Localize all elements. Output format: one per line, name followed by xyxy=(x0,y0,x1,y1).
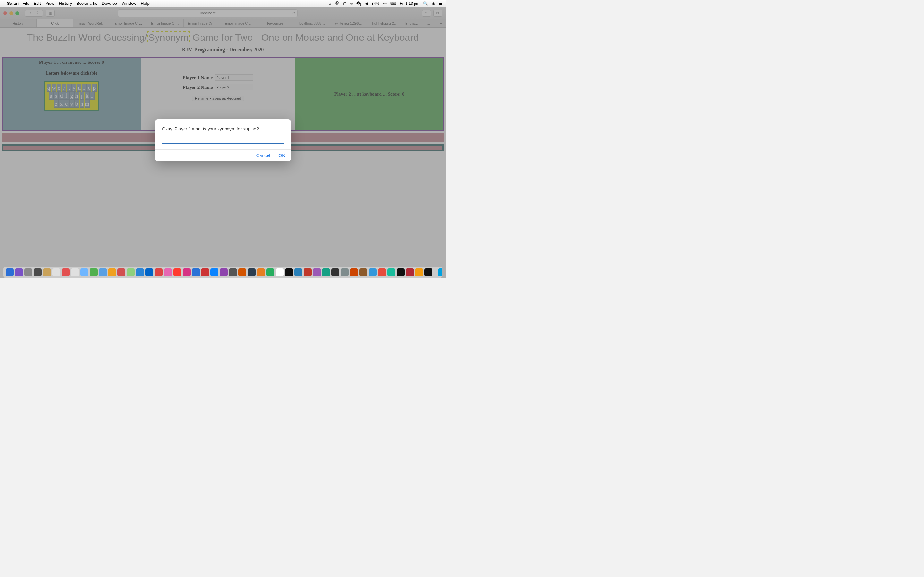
dock-app-icon[interactable] xyxy=(341,268,349,276)
wifi-icon[interactable]: �j xyxy=(357,1,361,6)
dock-app-icon[interactable] xyxy=(266,268,274,276)
airplay-icon[interactable]: ▢ xyxy=(343,1,347,6)
dock-app-icon[interactable] xyxy=(99,268,107,276)
dock-app-icon[interactable] xyxy=(118,268,126,276)
dock-app-icon[interactable] xyxy=(220,268,228,276)
dock-app-icon[interactable] xyxy=(304,268,312,276)
dock-app-icon[interactable] xyxy=(406,268,414,276)
dock-app-icon[interactable] xyxy=(229,268,237,276)
dock-app-icon[interactable] xyxy=(108,268,116,276)
dock-app-icon[interactable] xyxy=(210,268,218,276)
dock-app-icon[interactable] xyxy=(415,268,423,276)
dock-app-icon[interactable] xyxy=(15,268,23,276)
siri-icon[interactable]: ◉ xyxy=(432,1,435,6)
dock-app-icon[interactable] xyxy=(127,268,135,276)
battery-icon: ▭ xyxy=(383,1,387,6)
status-icon[interactable]: ⟁ xyxy=(329,1,331,6)
modal-overlay: Okay, Player 1 what is your synonym for … xyxy=(0,7,446,278)
dock-app-icon[interactable] xyxy=(285,268,293,276)
dock-app-icon[interactable] xyxy=(438,268,443,276)
dialog-message: Okay, Player 1 what is your synonym for … xyxy=(155,119,291,136)
menu-help[interactable]: Help xyxy=(141,1,150,6)
menu-file[interactable]: File xyxy=(23,1,29,6)
dock-app-icon[interactable] xyxy=(359,268,367,276)
dock-app-icon[interactable] xyxy=(164,268,172,276)
volume-icon[interactable]: ◀ xyxy=(365,1,368,6)
dock-app-icon[interactable] xyxy=(387,268,395,276)
dock-app-icon[interactable] xyxy=(350,268,358,276)
menu-edit[interactable]: Edit xyxy=(34,1,41,6)
bluetooth-icon[interactable]: ⎋ xyxy=(351,1,352,6)
dock-app-icon[interactable] xyxy=(89,268,97,276)
dock-app-icon[interactable] xyxy=(192,268,200,276)
dock-app-icon[interactable] xyxy=(378,268,386,276)
dock-app-icon[interactable] xyxy=(238,268,246,276)
spotlight-icon[interactable]: 🔍 xyxy=(423,1,428,6)
dock-app-icon[interactable] xyxy=(173,268,181,276)
prompt-dialog: Okay, Player 1 what is your synonym for … xyxy=(155,119,291,161)
dock-app-icon[interactable] xyxy=(43,268,51,276)
dock-app-icon[interactable] xyxy=(6,268,14,276)
menu-window[interactable]: Window xyxy=(121,1,136,6)
dock-app-icon[interactable] xyxy=(71,268,79,276)
notification-center-icon[interactable]: ☰ xyxy=(439,1,443,6)
dialog-input[interactable] xyxy=(162,136,284,143)
dock-app-icon[interactable] xyxy=(61,268,69,276)
input-source-icon[interactable]: ⌨ xyxy=(391,1,396,6)
dock-app-icon[interactable] xyxy=(80,268,88,276)
dock-app-icon[interactable] xyxy=(425,268,433,276)
dock-app-icon[interactable] xyxy=(248,268,256,276)
dock-app-icon[interactable] xyxy=(52,268,60,276)
menu-develop[interactable]: Develop xyxy=(102,1,117,6)
dock-app-icon[interactable] xyxy=(183,268,191,276)
dock-app-icon[interactable] xyxy=(397,268,405,276)
dock-app-icon[interactable] xyxy=(368,268,376,276)
dock-app-icon[interactable] xyxy=(34,268,42,276)
menu-view[interactable]: View xyxy=(45,1,55,6)
status-icon[interactable]: Ⓜ xyxy=(335,1,339,6)
cancel-button[interactable]: Cancel xyxy=(256,153,270,158)
dock-app-icon[interactable] xyxy=(257,268,265,276)
dock-app-icon[interactable] xyxy=(145,268,153,276)
clock[interactable]: Fri 1:13 pm xyxy=(400,1,419,6)
dock-app-icon[interactable] xyxy=(331,268,339,276)
dock-app-icon[interactable] xyxy=(201,268,209,276)
dock-app-icon[interactable] xyxy=(24,268,32,276)
dock-app-icon[interactable] xyxy=(136,268,144,276)
menu-bookmarks[interactable]: Bookmarks xyxy=(76,1,97,6)
mac-menubar: Safari File Edit View History Bookmarks … xyxy=(0,0,446,7)
menu-history[interactable]: History xyxy=(59,1,71,6)
dock-app-icon[interactable] xyxy=(155,268,163,276)
battery-percent: 34% xyxy=(372,1,379,6)
app-name[interactable]: Safari xyxy=(7,1,19,6)
dock-app-icon[interactable] xyxy=(322,268,330,276)
dock-app-icon[interactable] xyxy=(276,268,284,276)
ok-button[interactable]: OK xyxy=(278,153,285,158)
dock-app-icon[interactable] xyxy=(294,268,302,276)
mac-dock xyxy=(3,267,443,277)
dock-app-icon[interactable] xyxy=(313,268,321,276)
